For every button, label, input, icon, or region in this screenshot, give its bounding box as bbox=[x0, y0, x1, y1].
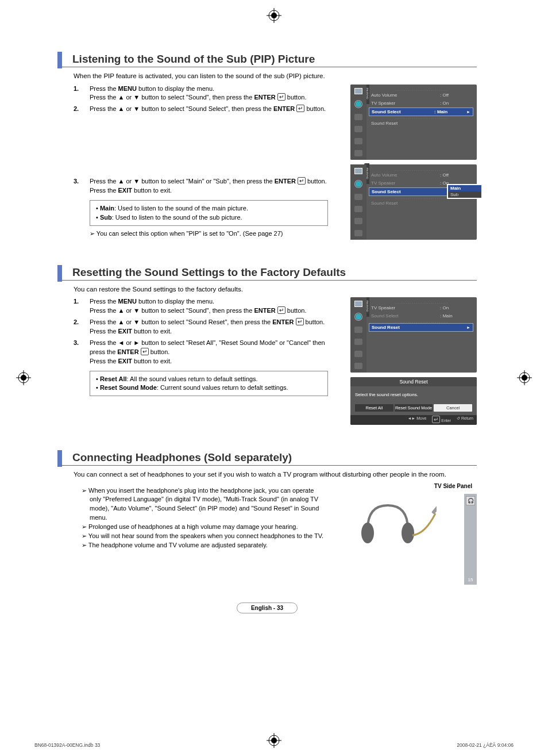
enter-icon: ↵ bbox=[277, 306, 285, 314]
menu-row-selected: Sound Reset► bbox=[369, 323, 473, 332]
section-title-text: Listening to the Sound of the Sub (PIP) … bbox=[72, 53, 315, 65]
step-item: 1. Press the MENU button to display the … bbox=[74, 85, 333, 103]
step-item: 2. Press the ▲ or ▼ button to select "So… bbox=[74, 105, 333, 114]
setup-icon bbox=[354, 206, 362, 212]
note-line: Prolonged use of headphones at a high vo… bbox=[74, 523, 326, 532]
picture-icon bbox=[354, 168, 362, 174]
page-badge: English - 33 bbox=[57, 602, 477, 613]
headphone-svg bbox=[350, 495, 437, 552]
menu-row: TV Speaker: On bbox=[369, 304, 473, 312]
enter-icon: ↵ bbox=[298, 177, 306, 185]
section-title-text: Resetting the Sound Settings to the Fact… bbox=[72, 266, 346, 278]
registration-mark-right bbox=[517, 370, 532, 385]
osd-screen: Sound Auto Volume: Off TV Speaker: On So bbox=[350, 164, 477, 240]
step-item: 2. Press the ▲ or ▼ button to select "So… bbox=[74, 318, 333, 336]
registration-mark-top bbox=[267, 8, 281, 23]
headphone-illustration: TV Side Panel 🎧 15 bbox=[350, 483, 477, 585]
osd-screen: Sound Auto Volume: Off TV Speaker: On So bbox=[350, 85, 477, 160]
enter-icon: ↵ bbox=[141, 348, 149, 355]
menu-row: Sound Select: Main bbox=[369, 312, 473, 320]
dialog-button: Reset Sound Mode bbox=[395, 404, 433, 412]
return-hint: ↺ Return bbox=[457, 416, 473, 424]
section-title: Resetting the Sound Settings to the Fact… bbox=[57, 265, 477, 282]
osd-dialog: Sound Reset Select the sound reset optio… bbox=[350, 377, 477, 425]
section-pip: Listening to the Sound of the Sub (PIP) … bbox=[57, 52, 477, 244]
menu-row: Auto Volume: Off bbox=[369, 171, 473, 179]
dialog-button: Reset All bbox=[355, 404, 393, 412]
step-item: 3. Press the ▲ or ▼ button to select "Ma… bbox=[74, 177, 333, 195]
registration-mark-left bbox=[16, 370, 31, 385]
input-icon bbox=[354, 138, 362, 144]
dialog-button: Cancel bbox=[434, 404, 472, 412]
app-icon bbox=[354, 363, 362, 369]
svg-point-16 bbox=[361, 523, 374, 543]
registration-mark-bottom bbox=[267, 733, 281, 748]
section-headphones: Connecting Headphones (Sold separately) … bbox=[57, 450, 477, 585]
app-icon bbox=[354, 230, 362, 236]
section-title: Listening to the Sound of the Sub (PIP) … bbox=[57, 52, 477, 68]
channel-icon bbox=[354, 327, 362, 333]
intro-text: You can connect a set of headphones to y… bbox=[74, 470, 477, 479]
intro-text: You can restore the Sound settings to th… bbox=[74, 285, 477, 294]
step-item: 1. Press the MENU button to display the … bbox=[74, 297, 333, 316]
side-panel: 🎧 15 bbox=[464, 494, 477, 585]
headphone-port-icon: 🎧 bbox=[466, 496, 475, 505]
channel-icon bbox=[354, 194, 362, 200]
move-hint: ◄► Move bbox=[407, 416, 426, 424]
sound-icon bbox=[354, 180, 362, 188]
panel-label: TV Side Panel bbox=[350, 483, 477, 489]
menu-row: Sound Reset bbox=[369, 120, 473, 127]
osd-popup: Main Sub bbox=[447, 184, 483, 199]
note-line: You will not hear sound from the speaker… bbox=[74, 532, 326, 541]
setup-icon bbox=[354, 339, 362, 345]
sound-icon bbox=[354, 100, 362, 108]
setup-icon bbox=[354, 126, 362, 132]
enter-icon: ↵ bbox=[296, 105, 304, 112]
sound-icon bbox=[354, 313, 362, 321]
menu-row: TV Speaker: On bbox=[369, 99, 473, 107]
enter-hint: ↵ Enter bbox=[432, 416, 451, 424]
intro-text: When the PIP feature is activated, you c… bbox=[74, 72, 477, 81]
steps-list: 1. Press the MENU button to display the … bbox=[57, 85, 333, 114]
input-icon bbox=[354, 351, 362, 357]
channel-icon bbox=[354, 114, 362, 120]
footer-timestamp: 2008-02-21 ¿ÀÈÄ 9:04:06 bbox=[457, 742, 514, 748]
step-item: 3. Press the ◄ or ► button to select "Re… bbox=[74, 339, 333, 366]
footer-filename: BN68-01392A-00ENG.indb 33 bbox=[34, 742, 100, 748]
dialog-message: Select the sound reset options. bbox=[355, 392, 472, 397]
svg-point-17 bbox=[402, 523, 414, 543]
page-number-text: English - 33 bbox=[237, 603, 298, 613]
section-title: Connecting Headphones (Sold separately) bbox=[57, 450, 477, 467]
menu-row: Sound Reset bbox=[369, 199, 473, 207]
dialog-title: Sound Reset bbox=[350, 377, 477, 386]
input-icon bbox=[354, 218, 362, 224]
svg-rect-18 bbox=[431, 504, 437, 515]
menu-row: Auto Volume: Off bbox=[369, 91, 473, 99]
enter-icon: ↵ bbox=[296, 318, 304, 325]
app-icon bbox=[354, 150, 362, 156]
osd-screen: Sound TV Speaker: On Sound Select: Main bbox=[350, 297, 477, 373]
info-box: • Main: Used to listen to the sound of t… bbox=[90, 200, 328, 226]
note-line: The headphone volume and TV volume are a… bbox=[74, 541, 326, 550]
section-title-text: Connecting Headphones (Sold separately) bbox=[72, 451, 292, 463]
enter-icon: ↵ bbox=[277, 93, 285, 101]
note-line: You can select this option when "PIP" is… bbox=[90, 229, 331, 238]
popup-option: Main bbox=[448, 185, 481, 191]
info-box: • Reset All: All the sound values return… bbox=[90, 371, 328, 397]
popup-option: Sub bbox=[448, 191, 481, 198]
menu-row-selected: Sound Select: Main► bbox=[369, 108, 473, 116]
note-line: When you insert the headphone's plug int… bbox=[74, 486, 326, 523]
picture-icon bbox=[354, 301, 362, 307]
picture-icon bbox=[354, 88, 362, 94]
section-reset: Resetting the Sound Settings to the Fact… bbox=[57, 265, 477, 430]
port-number: 15 bbox=[464, 577, 477, 582]
